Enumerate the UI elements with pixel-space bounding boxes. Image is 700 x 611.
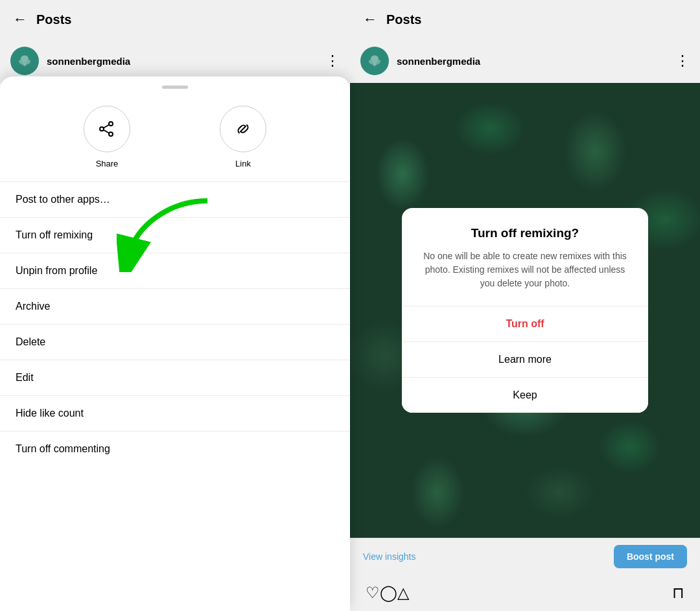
- sheet-handle: [162, 86, 188, 89]
- share-label: Share: [96, 159, 119, 168]
- svg-point-1: [109, 122, 113, 126]
- left-page-title: Posts: [36, 12, 71, 27]
- svg-point-3: [109, 132, 113, 136]
- menu-item-post-to-other-apps[interactable]: Post to other apps…: [0, 182, 350, 217]
- bottom-bar: View insights Boost post: [350, 538, 700, 575]
- menu-item-delete[interactable]: Delete: [0, 325, 350, 360]
- left-header: ← Posts: [0, 0, 350, 39]
- right-three-dots-button[interactable]: ⋮: [675, 52, 690, 69]
- menu-item-edit[interactable]: Edit: [0, 360, 350, 395]
- turn-off-remixing-dialog: Turn off remixing? No one will be able t…: [402, 208, 648, 413]
- share-icon: [84, 106, 130, 152]
- send-icon[interactable]: △: [397, 584, 409, 602]
- comment-icon[interactable]: ◯: [380, 584, 397, 602]
- menu-item-archive[interactable]: Archive: [0, 289, 350, 324]
- bottom-sheet: Share Link Post to other apps… Turn off …: [0, 76, 350, 611]
- right-avatar: [360, 47, 389, 75]
- link-button[interactable]: Link: [220, 106, 266, 168]
- right-username: sonnenbergmedia: [397, 56, 480, 67]
- link-label: Link: [235, 159, 251, 168]
- menu-item-unpin-from-profile[interactable]: Unpin from profile: [0, 253, 350, 288]
- svg-line-4: [104, 125, 110, 128]
- right-page-title: Posts: [386, 12, 421, 27]
- learn-more-button[interactable]: Learn more: [402, 342, 648, 377]
- left-back-button[interactable]: ←: [13, 11, 27, 28]
- dialog-title: Turn off remixing?: [402, 208, 648, 249]
- menu-item-turn-off-remixing[interactable]: Turn off remixing: [0, 218, 350, 253]
- menu-item-turn-off-commenting[interactable]: Turn off commenting: [0, 432, 350, 467]
- left-avatar: [10, 47, 39, 75]
- right-header: ← Posts: [350, 0, 700, 39]
- right-profile-left: sonnenbergmedia: [360, 47, 480, 75]
- dialog-body: No one will be able to create new remixe…: [402, 249, 648, 306]
- svg-point-2: [100, 127, 104, 131]
- left-panel: ← Posts sonnenbergmedia ⋮: [0, 0, 350, 611]
- action-icons-bar: ♡ ◯ △ ⊓: [350, 575, 700, 611]
- right-back-button[interactable]: ←: [363, 11, 377, 28]
- post-background: Turn off remixing? No one will be able t…: [350, 83, 700, 538]
- keep-button[interactable]: Keep: [402, 378, 648, 413]
- boost-post-button[interactable]: Boost post: [614, 545, 687, 568]
- view-insights-button[interactable]: View insights: [363, 551, 415, 562]
- left-username: sonnenbergmedia: [47, 56, 130, 67]
- heart-icon[interactable]: ♡: [366, 584, 380, 602]
- right-profile-row: sonnenbergmedia ⋮: [350, 39, 700, 83]
- turn-off-button[interactable]: Turn off: [402, 306, 648, 341]
- share-button[interactable]: Share: [84, 106, 130, 168]
- sheet-icons-row: Share Link: [0, 99, 350, 181]
- svg-line-5: [104, 130, 110, 133]
- left-three-dots-button[interactable]: ⋮: [325, 52, 340, 69]
- left-profile-left: sonnenbergmedia: [10, 47, 130, 75]
- bookmark-icon[interactable]: ⊓: [672, 584, 684, 602]
- right-panel: ← Posts sonnenbergmedia ⋮ Turn off remix…: [350, 0, 700, 611]
- link-icon: [220, 106, 266, 152]
- menu-item-hide-like-count[interactable]: Hide like count: [0, 396, 350, 431]
